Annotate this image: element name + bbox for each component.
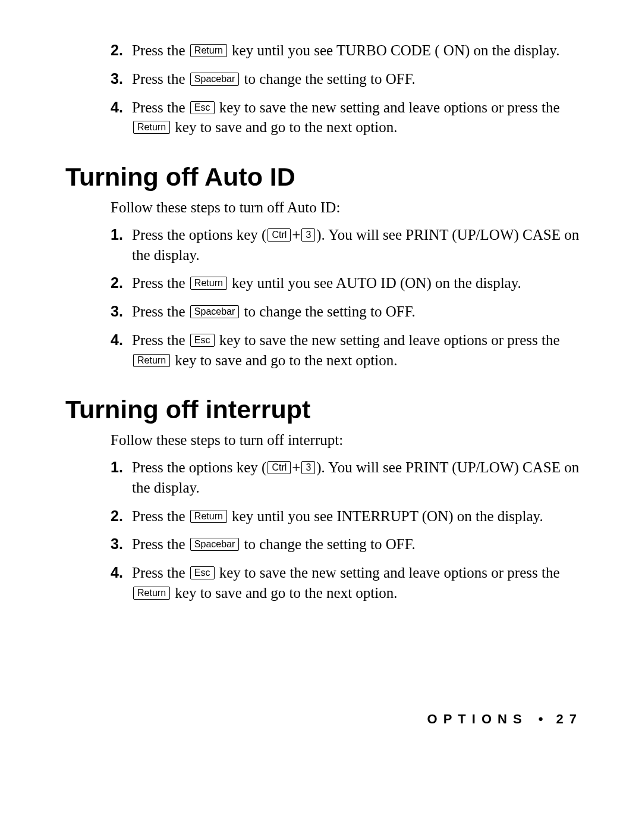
step-c-3: 3. Press the Spacebar to change the sett… xyxy=(111,534,583,554)
step-text: to change the setting to OFF. xyxy=(240,303,416,319)
step-number: 4. xyxy=(111,563,123,583)
step-a-2: 2. Press the Return key until you see TU… xyxy=(111,40,583,61)
heading-auto-id: Turning off Auto ID xyxy=(65,162,583,192)
step-text: key until you see INTERRUPT (ON) on the … xyxy=(228,508,543,524)
return-key-icon: Return xyxy=(190,44,227,57)
return-key-icon: Return xyxy=(133,587,170,600)
step-number: 3. xyxy=(111,302,123,322)
footer-section-label: OPTIONS xyxy=(427,712,528,726)
esc-key-icon: Esc xyxy=(190,334,215,347)
step-text: Press the xyxy=(132,565,189,581)
plus-text: + xyxy=(292,459,300,475)
plus-text: + xyxy=(292,227,300,243)
step-text: Press the xyxy=(132,42,189,58)
step-b-4: 4. Press the Esc key to save the new set… xyxy=(111,330,583,371)
step-b-2: 2. Press the Return key until you see AU… xyxy=(111,273,583,293)
step-text: key to save the new setting and leave op… xyxy=(216,565,560,581)
heading-interrupt: Turning off interrupt xyxy=(65,395,583,424)
steps-list-b: 1. Press the options key (Ctrl+3). You w… xyxy=(111,225,583,371)
footer-separator: • xyxy=(539,712,543,726)
step-number: 2. xyxy=(111,40,123,61)
step-c-4: 4. Press the Esc key to save the new set… xyxy=(111,563,583,603)
ctrl-key-icon: Ctrl xyxy=(268,461,291,474)
step-number: 4. xyxy=(111,98,123,118)
esc-key-icon: Esc xyxy=(190,566,215,579)
step-number: 3. xyxy=(111,534,123,554)
step-c-1: 1. Press the options key (Ctrl+3). You w… xyxy=(111,457,583,498)
step-number: 1. xyxy=(111,225,123,245)
step-text: key to save and go to the next option. xyxy=(171,352,397,368)
step-b-1: 1. Press the options key (Ctrl+3). You w… xyxy=(111,225,583,265)
return-key-icon: Return xyxy=(133,354,170,367)
content-area: 2. Press the Return key until you see TU… xyxy=(111,40,583,603)
step-number: 3. xyxy=(111,69,123,89)
step-text: Press the xyxy=(132,99,189,115)
step-text: Press the xyxy=(132,71,189,87)
step-text: Press the xyxy=(132,303,189,319)
return-key-icon: Return xyxy=(190,277,227,290)
step-a-3: 3. Press the Spacebar to change the sett… xyxy=(111,69,583,89)
esc-key-icon: Esc xyxy=(190,101,215,114)
spacebar-key-icon: Spacebar xyxy=(190,73,240,86)
three-key-icon: 3 xyxy=(301,228,315,242)
step-number: 2. xyxy=(111,273,123,293)
step-text: Press the options key ( xyxy=(132,227,266,243)
step-number: 1. xyxy=(111,457,123,478)
return-key-icon: Return xyxy=(190,510,227,523)
step-text: Press the xyxy=(132,275,189,291)
step-text: Press the xyxy=(132,508,189,524)
return-key-icon: Return xyxy=(133,121,170,134)
page: 2. Press the Return key until you see TU… xyxy=(0,0,642,840)
intro-auto-id: Follow these steps to turn off Auto ID: xyxy=(111,198,583,218)
step-text: key to save and go to the next option. xyxy=(171,585,397,601)
step-text: to change the setting to OFF. xyxy=(240,71,416,87)
step-text: Press the xyxy=(132,332,189,348)
intro-interrupt: Follow these steps to turn off interrupt… xyxy=(111,430,583,450)
page-number: 27 xyxy=(556,712,583,726)
step-c-2: 2. Press the Return key until you see IN… xyxy=(111,506,583,526)
spacebar-key-icon: Spacebar xyxy=(190,538,240,551)
step-text: key to save and go to the next option. xyxy=(171,119,397,135)
spacebar-key-icon: Spacebar xyxy=(190,305,240,318)
step-b-3: 3. Press the Spacebar to change the sett… xyxy=(111,302,583,322)
page-footer: OPTIONS • 27 xyxy=(427,712,583,727)
ctrl-key-icon: Ctrl xyxy=(268,228,291,242)
step-number: 4. xyxy=(111,330,123,350)
step-a-4: 4. Press the Esc key to save the new set… xyxy=(111,98,583,138)
step-text: key to save the new setting and leave op… xyxy=(216,332,560,348)
step-text: Press the options key ( xyxy=(132,459,266,475)
step-text: key until you see AUTO ID (ON) on the di… xyxy=(228,275,521,291)
steps-list-a: 2. Press the Return key until you see TU… xyxy=(111,40,583,137)
step-text: Press the xyxy=(132,536,189,552)
step-text: key until you see TURBO CODE ( ON) on th… xyxy=(228,42,560,58)
step-number: 2. xyxy=(111,506,123,526)
step-text: to change the setting to OFF. xyxy=(240,536,416,552)
step-text: key to save the new setting and leave op… xyxy=(216,99,560,115)
three-key-icon: 3 xyxy=(301,461,315,474)
steps-list-c: 1. Press the options key (Ctrl+3). You w… xyxy=(111,457,583,603)
